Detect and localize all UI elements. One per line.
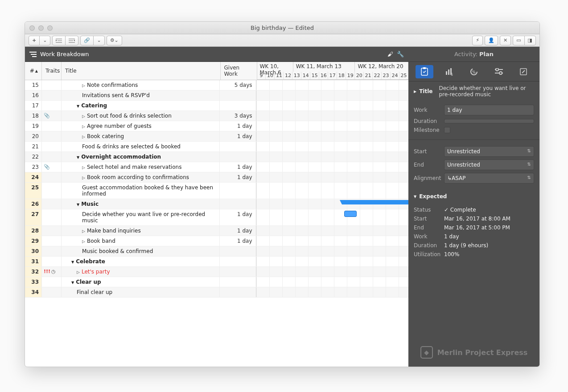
add-menu-button[interactable]: ⌄ [39, 36, 50, 45]
gantt-cell[interactable] [256, 277, 409, 287]
table-row[interactable]: 16Invitations sent & RSVP'd [25, 90, 408, 101]
inspector-tab-settings[interactable] [490, 65, 508, 78]
milestone-checkbox[interactable] [444, 127, 450, 133]
table-row[interactable]: 27Decide whether you want live or pre-re… [25, 209, 408, 226]
table-row[interactable]: 31Celebrate [25, 257, 408, 267]
gantt-cell[interactable] [256, 111, 409, 121]
row-traits [42, 131, 62, 141]
gantt-cell[interactable] [256, 183, 409, 199]
zoom-icon[interactable] [47, 25, 53, 31]
table-row[interactable]: 26Music [25, 199, 408, 209]
table-row[interactable]: 24Book room according to confirmations1 … [25, 172, 408, 183]
row-title[interactable]: Music booked & confirmed [62, 246, 220, 256]
gantt-cell[interactable] [256, 209, 409, 225]
row-title[interactable]: Book room according to confirmations [62, 172, 220, 182]
gantt-bar[interactable] [344, 211, 357, 217]
gantt-cell[interactable] [256, 267, 409, 277]
brush-icon[interactable]: 🖌 [387, 51, 393, 57]
inspector-title-header[interactable]: Title Decide whether you want live or pr… [408, 82, 539, 98]
inspector-tab-edit[interactable] [514, 65, 532, 78]
gantt-cell[interactable] [256, 142, 409, 151]
gantt-cell[interactable] [256, 131, 409, 141]
row-title[interactable]: Overnight accommodation [62, 152, 220, 162]
wrench-icon[interactable]: 🔧 [397, 51, 404, 57]
row-title[interactable]: Decide whether you want live or pre-reco… [62, 209, 220, 225]
inspector-tab-plan[interactable] [416, 65, 433, 78]
user-button[interactable]: 👤 [485, 36, 498, 45]
inspector-tab-cost[interactable]: $ [440, 65, 458, 78]
row-title[interactable]: Make band inquiries [62, 226, 220, 236]
view-right-button[interactable]: ◨ [524, 36, 536, 45]
table-row[interactable]: 18📎Sort out food & drinks selection3 day… [25, 111, 408, 121]
gantt-cell[interactable] [256, 162, 409, 172]
table-row[interactable]: 28Make band inquiries1 day [25, 226, 408, 236]
gantt-cell[interactable] [256, 152, 409, 162]
table-row[interactable]: 33Clear up [25, 277, 408, 287]
end-select[interactable]: Unrestricted⇅ [444, 159, 534, 170]
table-row[interactable]: 17Catering [25, 101, 408, 111]
tools-button[interactable]: ✕ [500, 36, 511, 45]
row-title[interactable]: Clear up [62, 277, 220, 287]
link-button[interactable]: 🔗 [80, 36, 94, 45]
bolt-button[interactable]: ⚡︎ [472, 36, 483, 45]
table-row[interactable]: 25Guest accommodation booked & they have… [25, 183, 408, 199]
view-left-button[interactable]: ▭ [513, 36, 524, 45]
gantt-cell[interactable] [256, 90, 409, 100]
table-row[interactable]: 23📎Select hotel and make reservations1 d… [25, 162, 408, 172]
row-title[interactable]: Book band [62, 236, 220, 246]
gantt-cell[interactable] [256, 287, 409, 297]
table-row[interactable]: 19Agree number of guests1 day [25, 121, 408, 131]
table-row[interactable]: 21Food & drinks are selected & booked [25, 142, 408, 152]
duration-field[interactable] [444, 119, 534, 123]
gantt-cell[interactable] [256, 236, 409, 246]
row-title[interactable]: Invitations sent & RSVP'd [62, 90, 220, 100]
indent-button[interactable] [52, 36, 66, 45]
table-row[interactable]: 32!!!◷Let's party [25, 267, 408, 277]
alignment-select[interactable]: ↳ASAP⇅ [444, 173, 534, 184]
add-button[interactable]: + [29, 36, 40, 45]
row-title[interactable]: Music [62, 199, 220, 209]
gantt-group[interactable] [342, 200, 409, 204]
work-field[interactable]: 1 day [444, 105, 534, 115]
column-traits[interactable]: Traits [42, 62, 62, 80]
row-title[interactable]: Catering [62, 101, 220, 110]
column-title[interactable]: Title [62, 62, 221, 80]
row-title[interactable]: Let's party [62, 267, 220, 277]
expected-header[interactable]: Expected [408, 190, 539, 200]
day-header: 13 [292, 72, 301, 79]
gantt-cell[interactable] [256, 226, 409, 236]
table-row[interactable]: 34Final clear up [25, 287, 408, 298]
column-given-work[interactable]: Given Work [221, 62, 257, 80]
day-header: 10 [266, 72, 275, 79]
gantt-cell[interactable] [256, 121, 409, 131]
row-title[interactable]: Sort out food & drinks selection [62, 111, 220, 121]
gantt-cell[interactable] [256, 199, 409, 209]
row-title[interactable]: Select hotel and make reservations [62, 162, 220, 172]
row-title[interactable]: Note confirmations [62, 80, 220, 90]
row-title[interactable]: Guest accommodation booked & they have b… [62, 183, 220, 199]
table-row[interactable]: 20Book catering1 day [25, 131, 408, 142]
gantt-cell[interactable] [256, 172, 409, 182]
gantt-cell[interactable] [256, 101, 409, 110]
outdent-button[interactable] [65, 36, 78, 45]
link-menu-button[interactable]: ⌄ [93, 36, 104, 45]
start-select[interactable]: Unrestricted⇅ [444, 146, 534, 157]
row-title[interactable]: Agree number of guests [62, 121, 220, 131]
close-icon[interactable] [29, 25, 35, 31]
gantt-cell[interactable] [256, 246, 409, 256]
table-row[interactable]: 15Note confirmations5 days [25, 80, 408, 90]
action-menu-button[interactable]: ⚙︎⌄ [107, 36, 122, 45]
row-title[interactable]: Food & drinks are selected & booked [62, 142, 220, 151]
inspector-tab-progress[interactable]: % [465, 65, 483, 78]
minimize-icon[interactable] [38, 25, 44, 31]
table-row[interactable]: 30Music booked & confirmed [25, 246, 408, 257]
gantt-cell[interactable] [256, 80, 409, 90]
table-row[interactable]: 29Book band1 day [25, 236, 408, 246]
row-title[interactable]: Final clear up [62, 287, 220, 297]
row-title[interactable]: Book catering [62, 131, 220, 141]
column-num[interactable]: #▲ [25, 62, 42, 80]
svg-rect-5 [69, 41, 73, 41]
table-row[interactable]: 22Overnight accommodation [25, 152, 408, 162]
gantt-cell[interactable] [256, 257, 409, 266]
row-title[interactable]: Celebrate [62, 257, 220, 266]
